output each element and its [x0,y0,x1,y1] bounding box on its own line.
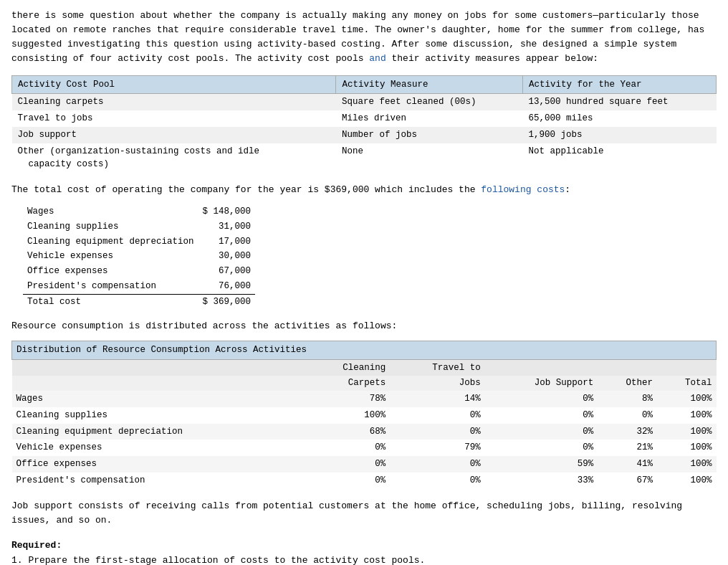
cost-amount: 67,000 [198,264,256,279]
distribution-title-row: Distribution of Resource Consumption Acr… [12,341,717,359]
year-value: 1,900 jobs [522,127,716,143]
col-travel: Travel to [390,359,485,376]
total-cost-text: The total cost of operating the company … [11,183,717,197]
col-other-header: Other [598,376,657,391]
col-carpets-header: Carpets [304,376,390,391]
intro-paragraph: there is some question about whether the… [11,9,717,67]
dist-other: 67% [598,473,657,489]
dist-carpets: 0% [304,456,390,473]
pool-name: Other (organization-sustaining costs and… [12,143,336,174]
table-row: Travel to jobs Miles driven 65,000 miles [12,110,717,127]
col-empty2 [485,359,598,376]
col-empty3 [598,359,657,376]
table-row: Cleaning supplies 100% 0% 0% 0% 100% [12,407,717,424]
year-value: 65,000 miles [522,110,716,127]
dist-other: 0% [598,407,657,424]
table-row: Wages $ 148,000 [23,204,255,219]
dist-jobs: 14% [390,391,485,407]
measure-value: Number of jobs [336,127,522,143]
table-row: Office expenses 0% 0% 59% 41% 100% [12,456,717,473]
dist-carpets: 100% [304,407,390,424]
col-empty [12,359,305,376]
dist-total: 100% [657,407,717,424]
table-row: Wages 78% 14% 0% 8% 100% [12,391,717,407]
dist-label: Vehicle expenses [12,440,305,456]
col-jobsupport-header: Job Support [485,376,598,391]
col-label-header [12,376,305,391]
dist-jobs: 79% [390,440,485,456]
cost-label: Office expenses [23,264,198,279]
job-support-paragraph: Job support consists of receiving calls … [11,499,717,528]
cost-amount: 31,000 [198,219,256,234]
cost-label: Vehicle expenses [23,249,198,264]
dist-carpets: 0% [304,473,390,489]
dist-jobsupport: 0% [485,424,598,440]
dist-label: Cleaning supplies [12,407,305,424]
dist-jobsupport: 0% [485,391,598,407]
dist-jobsupport: 33% [485,473,598,489]
table-row: President's compensation 76,000 [23,279,255,294]
distribution-table: Distribution of Resource Consumption Acr… [11,341,717,489]
required-label: Required: [11,540,62,551]
measure-value: None [336,143,522,174]
table-row: Vehicle expenses 30,000 [23,249,255,264]
measure-value: Miles driven [336,110,522,127]
dist-label: Cleaning equipment depreciation [12,424,305,440]
required-section: Required: 1. Prepare the first-stage all… [11,538,717,565]
activity-pool-header: Activity Cost Pool [12,75,336,94]
distribution-header-row1: Cleaning Travel to [12,359,717,376]
activity-measure-header: Activity Measure [336,75,522,94]
table-row: Cleaning equipment depreciation 68% 0% 0… [12,424,717,440]
dist-label: President's compensation [12,473,305,489]
col-empty4 [657,359,717,376]
dist-jobs: 0% [390,456,485,473]
table-row: Cleaning equipment depreciation 17,000 [23,234,255,250]
dist-carpets: 68% [304,424,390,440]
following-costs-highlight: following costs [481,184,565,195]
required-item-1: 1. Prepare the first-stage allocation of… [11,555,425,565]
cost-amount: 17,000 [198,234,256,250]
dist-jobsupport: 0% [485,407,598,424]
dist-other: 21% [598,440,657,456]
dist-carpets: 0% [304,440,390,456]
table-row: President's compensation 0% 0% 33% 67% 1… [12,473,717,489]
dist-jobsupport: 59% [485,456,598,473]
dist-carpets: 78% [304,391,390,407]
pool-name: Job support [12,127,336,143]
pool-name: Travel to jobs [12,110,336,127]
and-highlight: and [369,53,385,64]
dist-other: 41% [598,456,657,473]
dist-jobs: 0% [390,473,485,489]
dist-label: Office expenses [12,456,305,473]
dist-other: 8% [598,391,657,407]
cost-label: President's compensation [23,279,198,294]
table-row: Cleaning supplies 31,000 [23,219,255,234]
cost-amount: 30,000 [198,249,256,264]
cost-label: Cleaning equipment depreciation [23,234,198,250]
activity-cost-pool-table: Activity Cost Pool Activity Measure Acti… [11,75,717,174]
pool-name: Cleaning carpets [12,94,336,110]
dist-total: 100% [657,391,717,407]
col-jobs-header: Jobs [390,376,485,391]
dist-total: 100% [657,456,717,473]
year-value: Not applicable [522,143,716,174]
col-total-header: Total [657,376,717,391]
dist-jobsupport: 0% [485,440,598,456]
table-row: Vehicle expenses 0% 79% 0% 21% 100% [12,440,717,456]
activity-year-header: Activity for the Year [522,75,716,94]
measure-value: Square feet cleaned (00s) [336,94,522,110]
costs-table: Wages $ 148,000 Cleaning supplies 31,000… [23,204,255,309]
dist-total: 100% [657,424,717,440]
total-row: Total cost $ 369,000 [23,294,255,309]
distribution-header-row2: Carpets Jobs Job Support Other Total [12,376,717,391]
distribution-title: Distribution of Resource Consumption Acr… [12,341,717,359]
year-value: 13,500 hundred square feet [522,94,716,110]
dist-jobs: 0% [390,424,485,440]
resource-consumption-text: Resource consumption is distributed acro… [11,319,717,333]
dist-jobs: 0% [390,407,485,424]
dist-total: 100% [657,440,717,456]
table-row: Office expenses 67,000 [23,264,255,279]
dist-label: Wages [12,391,305,407]
cost-label: Cleaning supplies [23,219,198,234]
cost-amount: 76,000 [198,279,256,294]
